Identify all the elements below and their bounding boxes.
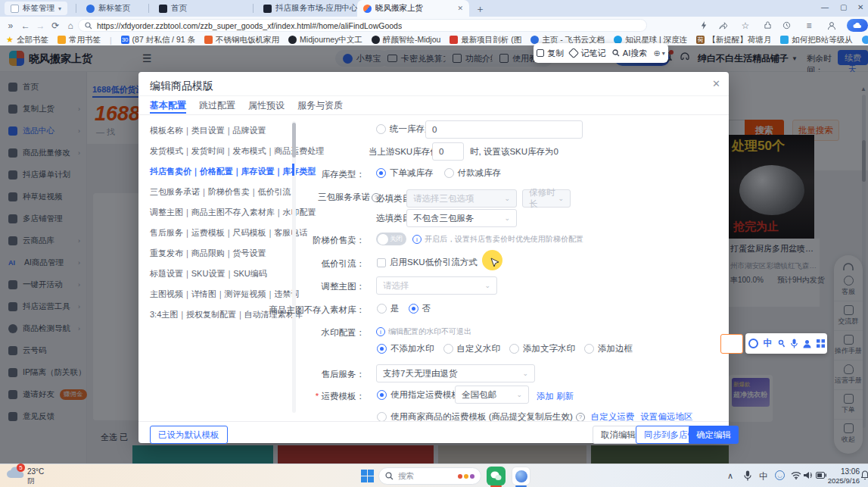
tab-title: 首页	[171, 3, 187, 14]
bookmark-item[interactable]: 最新项目剖析 (图	[450, 35, 521, 45]
freight-refresh-link[interactable]: 刷新	[556, 391, 574, 402]
window-close-button[interactable]: ✕	[857, 3, 863, 11]
tray-mic-icon[interactable]	[744, 470, 751, 481]
ext-note-button[interactable]: 记笔记	[570, 48, 605, 59]
adjust-main-select[interactable]: 请选择⌄	[376, 276, 497, 295]
low-price-checkbox[interactable]	[377, 258, 386, 267]
stock-type-order-radio[interactable]	[376, 168, 386, 178]
tray-clock-time[interactable]: 13:06	[829, 467, 860, 476]
modal-tab-basic[interactable]: 基本配置	[150, 99, 186, 112]
bookmark-item[interactable]: 不锈钢电饭机家用	[204, 35, 279, 45]
low-stock-input[interactable]: 0	[432, 142, 464, 161]
window-minimize-button[interactable]: —	[821, 3, 829, 11]
tray-expand-icon[interactable]: ∧	[727, 471, 733, 481]
tier-price-toggle[interactable]: 关闭	[376, 233, 406, 245]
ime-chinese-icon[interactable]: 中	[764, 337, 773, 350]
main-img-options: 是 否	[377, 303, 431, 314]
low-price-label: 低价引流：	[250, 258, 365, 270]
ime-grid-icon[interactable]	[817, 339, 825, 348]
bookmark-item[interactable]: 荷【新提醒】荷塘月	[696, 35, 771, 45]
ext-ai-search-button[interactable]: AI搜索	[612, 48, 647, 59]
menu-scrollbar-thumb[interactable]	[292, 123, 296, 158]
bookmark-star-icon[interactable]: ☆	[738, 20, 753, 31]
tray-ime-icon[interactable]: 中	[759, 470, 768, 483]
watermark-label: 水印配置：	[250, 327, 365, 339]
cloud-sync-button[interactable]	[847, 19, 868, 32]
no-watermark-radio[interactable]	[377, 344, 387, 354]
info-icon[interactable]: ?	[576, 413, 585, 422]
tray-volume-icon[interactable]	[804, 471, 814, 479]
tray-app-icon[interactable]: ◡	[775, 470, 785, 480]
freight-template-select[interactable]: 全国包邮⌄	[455, 386, 529, 404]
bookmark-item[interactable]: Midjourney中文工	[288, 35, 362, 45]
main-img-no-radio[interactable]	[409, 304, 418, 314]
modal-close-icon[interactable]: ✕	[712, 78, 720, 89]
warranty-optional-select[interactable]: 不包含三包服务⌄	[406, 209, 517, 227]
bookmark-item[interactable]: 凯迪软件官网-商	[862, 35, 868, 45]
home-icon[interactable]: ⌂	[63, 20, 78, 31]
text-watermark-radio[interactable]	[509, 344, 519, 354]
tab-label-manager[interactable]: 标签管理 ▾	[5, 2, 67, 15]
toolbar-overflow-icon[interactable]: »	[3, 20, 18, 31]
freight-specified-radio[interactable]	[377, 390, 387, 400]
ext-more-button[interactable]: ⊕▾	[654, 48, 665, 58]
ime-cursor-icon[interactable]	[778, 339, 786, 348]
profile-icon[interactable]	[827, 21, 836, 30]
aftersale-label: 售后服务：	[250, 369, 365, 380]
warranty-duration-select[interactable]: 保修时长⌄	[522, 189, 571, 208]
browser-app-icon[interactable]	[512, 467, 530, 485]
weather-condition-label: 阴	[27, 476, 35, 486]
new-tab-button[interactable]: ＋	[475, 2, 485, 16]
ime-user-icon[interactable]	[803, 339, 811, 348]
ext-copy-button[interactable]: 复制	[537, 48, 564, 59]
ime-mic-icon[interactable]	[791, 339, 798, 348]
back-icon[interactable]: ←	[18, 20, 33, 31]
wechat-icon[interactable]	[487, 467, 506, 485]
windows-start-button[interactable]	[361, 470, 374, 482]
forward-icon[interactable]: →	[33, 20, 48, 31]
main-img-yes-radio[interactable]	[377, 304, 387, 314]
tab-close-icon[interactable]: ✕	[457, 5, 463, 12]
custom-watermark-radio[interactable]	[443, 344, 453, 354]
stock-type-payment-radio[interactable]	[444, 168, 454, 178]
modal-tab-attributes[interactable]: 属性预设	[248, 99, 285, 112]
taskbar-search-box[interactable]: 搜索	[378, 467, 481, 485]
bookmark-item[interactable]: 醉颜智绘-Midjou	[372, 35, 440, 45]
tab-douyin-market[interactable]: 抖店服务市场-应用中心	[257, 0, 364, 17]
reload-icon[interactable]: ⟳	[48, 20, 63, 31]
warranty-required-select[interactable]: 请选择三包选项⌄	[406, 189, 517, 208]
border-radio[interactable]	[584, 344, 594, 354]
history-icon[interactable]	[782, 21, 791, 30]
bookmark-item[interactable]: 30(87 封私信 / 91 条	[121, 35, 195, 45]
tab-xiaofeng-active[interactable]: 晓风搬家上货 ✕	[357, 0, 469, 17]
unified-stock-radio[interactable]	[376, 124, 386, 134]
mouse-cursor	[490, 258, 499, 268]
lightning-icon[interactable]	[700, 21, 708, 30]
menu-icon[interactable]: ≡	[801, 20, 817, 31]
bookmark-item[interactable]: 常用书签	[58, 35, 101, 45]
weather-widget[interactable]: 5	[6, 467, 24, 482]
extensions-icon[interactable]	[764, 21, 772, 30]
search-highlight-icon[interactable]	[458, 474, 474, 479]
tray-wifi-icon[interactable]	[791, 471, 801, 479]
share-icon[interactable]	[719, 21, 727, 30]
bookmark-item[interactable]: 如何把B站等级从	[780, 35, 853, 45]
set-default-template-button[interactable]: 已设为默认模板	[150, 426, 228, 444]
freight-add-link[interactable]: 添加	[537, 391, 554, 402]
tab-new-tab[interactable]: 新标签页	[80, 0, 136, 17]
tab-homepage[interactable]: 首页	[153, 0, 193, 17]
douyin-favicon	[263, 5, 272, 13]
window-maximize-button[interactable]: ▢	[840, 3, 847, 11]
aftersale-select[interactable]: 支持7天无理由退货⌄	[376, 364, 535, 382]
tray-clock-date[interactable]: 2025/9/16	[822, 476, 860, 485]
modal-tab-skip[interactable]: 跳过配置	[199, 99, 235, 112]
confirm-edit-button[interactable]: 确定编辑	[689, 426, 739, 444]
bookmark-item[interactable]: ★全部书签	[6, 35, 48, 45]
tray-notification-icon[interactable]	[861, 470, 868, 480]
ime-logo-icon[interactable]	[748, 339, 758, 348]
address-bar[interactable]: https://xfdyorder.zzbtool.com/zzb_super_…	[78, 19, 647, 32]
unified-stock-input[interactable]: 0	[425, 120, 583, 139]
site-icon	[450, 36, 458, 44]
modal-tab-services[interactable]: 服务与资质	[297, 99, 343, 112]
main-img-label: 商品主图不存入素材库：	[250, 304, 365, 316]
